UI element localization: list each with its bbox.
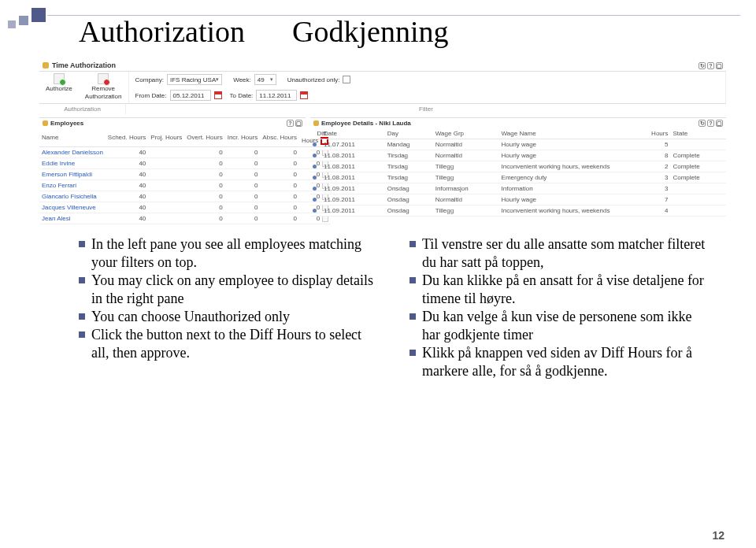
authorization-group-label: Authorization <box>39 104 126 114</box>
bullets-norwegian: Til venstre ser du alle ansatte som matc… <box>410 235 709 380</box>
unauthorized-only-checkbox[interactable] <box>343 76 350 83</box>
window-icon <box>43 62 49 68</box>
remove-auth-label-1: Remove <box>91 85 115 92</box>
company-label: Company: <box>135 76 164 83</box>
to-date-input[interactable]: 11.12.2011 <box>256 90 297 101</box>
col-overt-hours[interactable]: Overt. Hours <box>184 128 224 147</box>
page-number: 12 <box>712 529 724 542</box>
table-row[interactable]: Jacques Villeneuve400000 <box>39 202 331 213</box>
chevron-down-icon: ▾ <box>270 76 273 83</box>
col-proj-hours[interactable]: Proj. Hours <box>148 128 184 147</box>
employee-details-panel: Employee Details - Niki Lauda ↻?▢ Date D… <box>310 117 726 224</box>
table-row[interactable]: Giancarlo Fisichella400000 <box>39 191 331 202</box>
remove-auth-label-2: Authorization <box>85 93 122 100</box>
chevron-down-icon: ▾ <box>216 76 219 83</box>
unauthorized-only-label: Unauthorized only: <box>287 76 340 83</box>
col-date[interactable]: Date <box>321 128 385 139</box>
employees-panel: Employees ?▢ Name Sched. Hours Proj. Hou… <box>39 117 306 224</box>
table-row[interactable]: 11.08.2011TirsdagNormaltidHourly wage8Co… <box>310 150 726 161</box>
col-hours[interactable]: Hours <box>633 128 671 139</box>
bullet-item: In the left pane you see all employees m… <box>79 235 378 272</box>
col-incr-hours[interactable]: Incr. Hours <box>225 128 261 147</box>
bullet-item: Click the button next to the Diff Hours … <box>79 326 378 362</box>
window-controls[interactable]: ↻?▢ <box>697 61 723 69</box>
employees-table: Name Sched. Hours Proj. Hours Overt. Hou… <box>39 128 331 224</box>
table-row[interactable]: 11.09.2011OnsdagInformasjonInformation3 <box>310 183 726 194</box>
table-row[interactable]: 11.07.2011MandagNormaltidHourly wage5 <box>310 139 726 150</box>
remove-authorization-button[interactable]: Remove Authorization <box>79 72 128 103</box>
company-dropdown[interactable]: IFS Racing USA▾ <box>167 74 222 85</box>
panel-icon <box>43 120 48 126</box>
table-row[interactable]: Eddie Irvine400000 <box>39 158 331 169</box>
table-row[interactable]: 11.08.2011TirsdagTilleggEmergency duty3C… <box>310 172 726 183</box>
bullet-item: Klikk på knappen ved siden av Diff Hours… <box>410 344 709 380</box>
col-absc-hours[interactable]: Absc. Hours <box>260 128 299 147</box>
week-label: Week: <box>233 76 251 83</box>
col-wage-name[interactable]: Wage Name <box>499 128 633 139</box>
authorize-label: Authorize <box>46 85 72 92</box>
to-date-label: To Date: <box>230 92 254 99</box>
bullets-english: In the left pane you see all employees m… <box>79 235 378 380</box>
from-date-label: From Date: <box>135 92 167 99</box>
window-title: Time Authorization <box>52 61 116 69</box>
details-panel-title: Employee Details - Niki Lauda <box>321 120 411 127</box>
panel-controls[interactable]: ?▢ <box>285 120 302 127</box>
table-row[interactable]: 11.09.2011OnsdagNormaltidHourly wage7 <box>310 194 726 206</box>
bullet-item: Du kan velge å kun vise de personene som… <box>410 308 709 344</box>
col-day[interactable]: Day <box>385 128 433 139</box>
calendar-icon[interactable] <box>214 91 222 99</box>
table-row[interactable]: 11.09.2011OnsdagTilleggInconvenient work… <box>310 206 726 217</box>
week-dropdown[interactable]: 49▾ <box>254 74 276 85</box>
panel-icon <box>313 120 319 126</box>
col-state[interactable]: State <box>670 128 726 139</box>
bullet-item: You may click on any employee to display… <box>79 272 378 308</box>
col-wage-grp[interactable]: Wage Grp <box>433 128 499 139</box>
panel-controls[interactable]: ↻?▢ <box>697 120 723 127</box>
details-table: Date Day Wage Grp Wage Name Hours State … <box>310 128 726 217</box>
table-row[interactable]: Jean Alesi400000 <box>39 213 331 224</box>
authorize-button[interactable]: Authorize <box>39 72 79 103</box>
table-row[interactable]: Enzo Ferrari400000 <box>39 180 331 191</box>
bullet-item: Du kan klikke på en ansatt for å vise de… <box>410 272 709 308</box>
authorize-icon <box>54 73 65 84</box>
bullet-item: Til venstre ser du alle ansatte som matc… <box>410 235 709 272</box>
table-row[interactable]: Emerson Fittipaldi400000 <box>39 169 331 180</box>
calendar-icon[interactable] <box>300 91 308 99</box>
employees-panel-title: Employees <box>50 120 83 127</box>
table-row[interactable]: Alexander Danielsson400000 <box>39 147 331 158</box>
heading-right: Godkjenning <box>292 14 448 49</box>
from-date-input[interactable]: 05.12.2011 <box>170 90 211 101</box>
filter-group-label: Filter <box>126 104 726 114</box>
heading-left: Authorization <box>79 14 245 49</box>
bullet-item: You can choose Unauthorized only <box>79 308 378 326</box>
app-screenshot: Time Authorization ↻?▢ Authorize Remove … <box>39 60 726 224</box>
col-name[interactable]: Name <box>39 128 106 147</box>
remove-auth-icon <box>98 73 109 84</box>
col-sched-hours[interactable]: Sched. Hours <box>106 128 148 147</box>
table-row[interactable]: 11.08.2011TirsdagTilleggInconvenient wor… <box>310 161 726 172</box>
